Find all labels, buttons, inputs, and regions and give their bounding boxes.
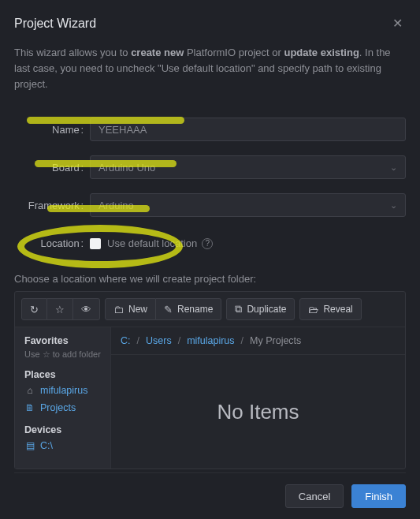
devices-heading: Devices [24,424,102,435]
location-label: Location [14,237,90,249]
favorite-button[interactable]: ☆ [47,298,73,320]
browser-sidebar: Favorites Use ☆ to add folder Places ⌂mi… [15,327,111,469]
name-label: Name [14,124,90,136]
star-icon: ☆ [55,304,65,316]
toolbar-group-edit: 🗀New ✎Rename [105,298,221,320]
browser-main: C: / Users / mifulapirus / My Projects N… [111,327,405,469]
board-row: Board Arduino Uno ⌄ [14,155,406,179]
board-select[interactable]: Arduino Uno ⌄ [90,155,406,179]
chevron-down-icon: ⌄ [390,200,397,211]
favorites-hint: Use ☆ to add folder [24,349,102,360]
title-bar: Project Wizard ✕ [14,14,406,32]
copy-icon: ⧉ [235,303,242,316]
name-value: YEEHAAA [98,124,147,136]
name-row: Name YEEHAAA [14,118,406,141]
reveal-button[interactable]: 🗁Reveal [299,298,361,320]
framework-select[interactable]: Arduino ⌄ [90,193,406,217]
location-row: Location Use default location ? [14,237,406,249]
rename-button[interactable]: ✎Rename [156,298,221,320]
pencil-icon: ✎ [164,304,173,316]
dialog-title: Project Wizard [14,17,96,31]
refresh-button[interactable]: ↻ [21,298,47,320]
name-input[interactable]: YEEHAAA [90,118,406,141]
folder-browser: ↻ ☆ 👁 🗀New ✎Rename ⧉Duplicate 🗁Reveal Fa… [14,291,406,469]
crumb-current: My Projects [250,335,301,346]
use-default-location-text: Use default location [107,237,197,249]
intro-text: This wizard allows you to create new Pla… [14,45,406,92]
no-items-text: No Items [111,355,405,469]
cancel-button[interactable]: Cancel [285,484,344,508]
dialog-footer: Cancel Finish [14,472,406,508]
place-projects[interactable]: 🗎Projects [24,401,102,415]
project-wizard-dialog: Project Wizard ✕ This wizard allows you … [0,0,420,519]
board-label: Board [14,162,90,174]
duplicate-button[interactable]: ⧉Duplicate [226,298,295,320]
browser-body: Favorites Use ☆ to add folder Places ⌂mi… [15,327,405,469]
finish-button[interactable]: Finish [351,484,406,508]
place-user[interactable]: ⌂mifulapirus [24,383,102,398]
favorites-heading: Favorites [24,335,102,346]
crumb-sep: / [178,335,180,346]
crumb-user[interactable]: mifulapirus [187,335,234,346]
framework-value: Arduino [98,200,134,211]
drive-icon: ▤ [24,440,35,451]
document-icon: 🗎 [24,402,35,413]
toolbar-group-view: ↻ ☆ 👁 [21,298,100,320]
crumb-c[interactable]: C: [121,335,131,346]
choose-location-text: Choose a location where we will create p… [14,273,406,285]
use-default-location-checkbox[interactable] [90,238,101,249]
folder-icon: 🗁 [308,304,318,316]
reveal-eye-button[interactable]: 👁 [73,298,100,320]
breadcrumb: C: / Users / mifulapirus / My Projects [111,327,405,355]
chevron-down-icon: ⌄ [390,162,397,173]
refresh-icon: ↻ [30,304,39,316]
help-icon[interactable]: ? [202,238,213,249]
crumb-users[interactable]: Users [146,335,172,346]
home-icon: ⌂ [24,385,35,396]
crumb-sep: / [137,335,139,346]
close-icon[interactable]: ✕ [389,14,406,32]
device-c[interactable]: ▤C:\ [24,439,102,453]
board-value: Arduino Uno [98,162,155,174]
browser-toolbar: ↻ ☆ 👁 🗀New ✎Rename ⧉Duplicate 🗁Reveal [15,292,405,327]
framework-row: Framework Arduino ⌄ [14,193,406,217]
eye-icon: 👁 [81,304,91,316]
form: Name YEEHAAA Board Arduino Uno ⌄ Framewo… [14,103,406,259]
places-heading: Places [24,369,102,380]
crumb-sep: / [241,335,243,346]
framework-label: Framework [14,200,90,211]
new-button[interactable]: 🗀New [105,298,156,320]
new-folder-icon: 🗀 [113,304,124,316]
